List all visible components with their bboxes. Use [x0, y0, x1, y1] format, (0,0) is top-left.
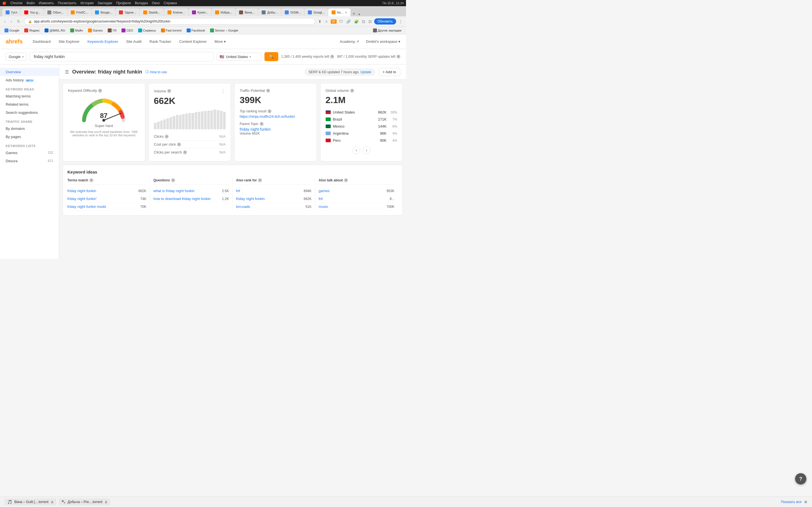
browser-tab-google2[interactable]: Googl...: [305, 8, 328, 16]
questions-info-icon[interactable]: ?: [171, 178, 175, 182]
workspace-selector[interactable]: Dmitrii's workspace ▾: [366, 40, 400, 44]
idea-link[interactable]: games: [319, 189, 384, 193]
update-link[interactable]: Update: [360, 70, 371, 74]
sidebar-item-by-domains[interactable]: By domains: [0, 124, 59, 133]
monthly-serp-info-icon[interactable]: ?: [396, 55, 400, 59]
weekly-reports-info-icon[interactable]: ?: [330, 55, 334, 59]
more-options-icon[interactable]: ⋮: [398, 18, 403, 24]
apple-menu[interactable]: 🍎: [2, 1, 6, 5]
forward-button[interactable]: ›: [9, 18, 13, 24]
bookmark-yandex[interactable]: Яндекс: [22, 28, 41, 33]
address-bar[interactable]: 🔒 app.ahrefs.com/keywords-explorer/googl…: [24, 18, 315, 25]
hamburger-icon[interactable]: ☰: [65, 69, 69, 75]
sidebar-item-related-terms[interactable]: Related terms: [0, 100, 59, 108]
top-ranking-url[interactable]: https://ninja-muffin24.itch.io/funkin: [240, 114, 312, 119]
clicks-info-icon[interactable]: ?: [165, 135, 168, 138]
view-menu[interactable]: Посмотреть: [58, 1, 77, 5]
browser-tab-usual[interactable]: Обыч...: [44, 8, 67, 16]
history-menu[interactable]: История: [81, 1, 94, 5]
gv-info-icon[interactable]: ?: [350, 89, 354, 93]
top-ranking-info-icon[interactable]: ?: [267, 109, 271, 113]
browser-tab-keys[interactable]: Ключи...: [164, 8, 188, 16]
extension-icon-link[interactable]: 🔗: [345, 18, 352, 24]
update-button[interactable]: Обновить: [374, 18, 396, 24]
kd-info-icon[interactable]: ?: [98, 89, 102, 93]
volume-info-icon[interactable]: ?: [167, 89, 171, 93]
browser-tab-bar[interactable]: Гугл You g... Обыч... Friv5C... Входи...…: [0, 6, 406, 16]
tab-dropdown-icon[interactable]: ▾: [358, 12, 360, 16]
bookmark-star-icon[interactable]: ☆: [324, 18, 329, 24]
sidebar-item-games[interactable]: Games 332: [0, 149, 59, 157]
sidebar-item-matching-terms[interactable]: Matching terms: [0, 92, 59, 100]
chrome-menu[interactable]: Chrome: [10, 1, 22, 5]
sidebar-item-overview[interactable]: Overview: [0, 68, 59, 76]
profiles-menu[interactable]: Профили: [116, 1, 131, 5]
bookmark-fast-torrent[interactable]: Fast torrent: [159, 28, 183, 33]
share-icon[interactable]: ⬆: [317, 18, 322, 24]
idea-link[interactable]: friday night funkin: [67, 189, 136, 193]
nav-site-audit[interactable]: Site Audit: [123, 38, 145, 45]
back-button[interactable]: ‹: [3, 18, 7, 24]
idea-link[interactable]: how to download friday night funkin: [153, 196, 220, 201]
browser-tab-youtube[interactable]: You g...: [21, 8, 44, 16]
nav-rank-tracker[interactable]: Rank Tracker: [146, 38, 174, 45]
browser-tab-dash[interactable]: Dashb...: [140, 8, 164, 16]
engine-selector[interactable]: Google ▾: [6, 53, 27, 61]
bookmark-ceo[interactable]: CEO: [120, 28, 135, 33]
keyword-input[interactable]: [30, 52, 214, 61]
sidebar-item-desura[interactable]: Desura 421: [0, 157, 59, 165]
idea-link[interactable]: friday night funkin mods: [67, 205, 138, 209]
browser-tab-deleted[interactable]: Удале...: [116, 8, 139, 16]
bookmark-sensor[interactable]: Sensor – Google: [208, 28, 240, 33]
browser-tab-wine[interactable]: Вина...: [236, 8, 258, 16]
bookmarks-menu[interactable]: Закладки: [98, 1, 112, 5]
add-to-button[interactable]: + Add to: [378, 68, 400, 76]
idea-link[interactable]: torcuado: [236, 205, 303, 209]
edit-menu[interactable]: Изменить: [39, 1, 54, 5]
new-tab-button[interactable]: +: [351, 11, 357, 16]
idea-link[interactable]: friday night funkin: [236, 196, 301, 201]
bookmark-facebook[interactable]: Facebook: [185, 28, 207, 33]
bookmark-gi[interactable]: ГИ: [106, 28, 118, 33]
split-view-icon[interactable]: ⊡: [361, 18, 366, 24]
tab-menu[interactable]: Вкладка: [135, 1, 148, 5]
cps-info-icon[interactable]: ?: [183, 151, 187, 154]
idea-link[interactable]: music: [319, 205, 384, 209]
file-menu[interactable]: Файл: [27, 1, 35, 5]
mac-menu-bar[interactable]: 🍎 Chrome Файл Изменить Посмотреть Истори…: [2, 1, 177, 5]
also-talk-about-info-icon[interactable]: ?: [344, 178, 348, 182]
help-menu[interactable]: Справка: [163, 1, 177, 5]
browser-tab-friv[interactable]: Friv5C...: [67, 8, 92, 16]
extension-icon-90[interactable]: 90: [331, 19, 337, 24]
bookmark-mail[interactable]: @MAIL.RU: [43, 28, 67, 33]
volume-more-icon[interactable]: ⋮: [220, 89, 225, 94]
bookmark-services[interactable]: Сервисы: [137, 28, 158, 33]
terms-match-info-icon[interactable]: ?: [89, 178, 93, 182]
tp-info-icon[interactable]: ?: [266, 89, 270, 93]
sidebar-item-ads-history[interactable]: Ads historyBETA: [0, 76, 59, 84]
country-selector[interactable]: 🇺🇸 United States ▾: [216, 53, 262, 61]
browser-tab-fav[interactable]: Избра...: [212, 8, 236, 16]
bookmark-main[interactable]: Майн: [68, 28, 85, 33]
search-button[interactable]: 🔍: [264, 52, 278, 61]
bookmark-games[interactable]: Games: [86, 28, 104, 33]
nav-dashboard[interactable]: Dashboard: [29, 38, 54, 45]
cpc-info-icon[interactable]: ?: [177, 143, 181, 147]
idea-link[interactable]: fnf: [319, 196, 388, 201]
bookmark-other[interactable]: Другие закладки: [371, 28, 403, 33]
browser-tab-gism[interactable]: GISM...: [282, 8, 304, 16]
parent-topic-link[interactable]: friday night funkin: [240, 127, 312, 131]
nav-site-explorer[interactable]: Site Explorer: [55, 38, 83, 45]
sidebar-item-search-suggestions[interactable]: Search suggestions: [0, 108, 59, 117]
idea-link[interactable]: friday night funkin': [67, 196, 138, 201]
country-next-button[interactable]: ›: [363, 146, 370, 154]
sidebar-item-by-pages[interactable]: By pages: [0, 133, 59, 141]
browser-tab-enter[interactable]: Входи...: [92, 8, 115, 16]
browser-tab-buy[interactable]: Купит...: [189, 8, 211, 16]
cast-icon[interactable]: ⊡: [368, 18, 372, 24]
parent-topic-info-icon[interactable]: ?: [260, 122, 264, 126]
idea-link[interactable]: what is friday night funkin: [153, 189, 220, 193]
nav-keywords-explorer[interactable]: Keywords Explorer: [84, 38, 121, 45]
nav-academy[interactable]: Academy ↗: [336, 38, 363, 45]
bookmark-google[interactable]: Google: [3, 28, 21, 33]
